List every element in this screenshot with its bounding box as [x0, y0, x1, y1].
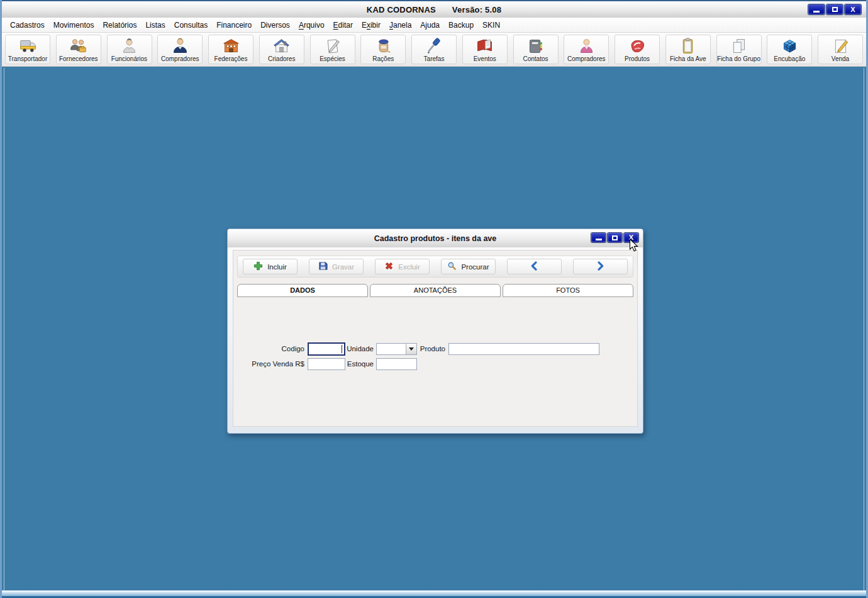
button-label: Procurar	[461, 263, 489, 271]
suppliers-icon	[69, 37, 87, 55]
toolbar-label: Transportador	[8, 55, 47, 63]
maximize-button[interactable]	[608, 233, 622, 242]
toolbar-button-eventos[interactable]: Eventos	[462, 35, 508, 64]
toolbar-button-especies[interactable]: Espécies	[310, 35, 355, 64]
mouse-cursor	[629, 239, 640, 253]
feed-jar-icon	[374, 37, 392, 55]
menu-editar[interactable]: Editar	[329, 19, 357, 31]
dialog-titlebar[interactable]: Cadastro produtos - itens da ave X	[228, 229, 643, 247]
employee-icon	[120, 37, 138, 55]
button-label: Gravar	[332, 263, 354, 271]
house-icon	[272, 37, 291, 55]
arrow-left-icon	[530, 261, 539, 272]
add-plus-icon	[253, 261, 263, 272]
paper-pencil-icon	[323, 37, 342, 55]
toolbar-button-criadores[interactable]: Criadores	[259, 35, 304, 64]
next-record-button[interactable]	[573, 259, 628, 274]
tab-fotos[interactable]: FOTOS	[503, 284, 633, 297]
red-book-icon	[476, 37, 494, 55]
toolbar-button-racoes[interactable]: Rações	[360, 35, 406, 64]
tab-dados[interactable]: DADOS	[237, 284, 368, 297]
save-floppy-icon	[318, 261, 328, 272]
incluir-button[interactable]: Incluir	[243, 259, 298, 274]
window-titlebar[interactable]: KAD CODORNASVersão: 5.08 X	[2, 0, 866, 18]
toolbar-button-transportador[interactable]: Transportador	[5, 35, 50, 64]
meat-icon	[628, 37, 647, 55]
toolbar-label: Criadores	[268, 55, 295, 63]
maximize-icon	[612, 235, 618, 240]
minimize-button[interactable]	[591, 233, 606, 242]
minimize-icon	[596, 239, 602, 240]
toolbar-label: Espécies	[320, 55, 345, 63]
estoque-input[interactable]	[376, 358, 417, 370]
window-controls: X	[808, 4, 861, 14]
menu-listas[interactable]: Listas	[141, 19, 169, 31]
toolbar-label: Compradores	[161, 55, 199, 63]
toolbar-label: Encubação	[774, 55, 805, 63]
menu-cadastros[interactable]: Cadastros	[6, 19, 49, 31]
close-icon: X	[850, 6, 855, 13]
preco-venda-label: Preço Venda R$	[243, 360, 304, 368]
maximize-button[interactable]	[826, 4, 843, 14]
address-book-icon	[526, 37, 545, 55]
dialog-body: IncluirGravarExcluirProcurar DADOSANOTAÇ…	[233, 250, 638, 427]
toolbar-button-produtos[interactable]: Produtos	[615, 35, 660, 64]
buyer-pink-icon	[577, 37, 596, 55]
menu-janela[interactable]: Janela	[385, 19, 416, 31]
toolbar-label: Federações	[214, 55, 248, 63]
button-label: Incluir	[267, 263, 287, 271]
screwdriver-icon	[425, 37, 443, 55]
minimize-icon	[813, 11, 820, 13]
toolbar-button-ficha-da-ave[interactable]: Ficha da Ave	[665, 35, 711, 64]
produto-input[interactable]	[448, 343, 599, 355]
menu-backup[interactable]: Backup	[444, 19, 478, 31]
arrow-right-icon	[596, 261, 605, 272]
toolbar-button-tarefas[interactable]: Tarefas	[411, 35, 457, 64]
toolbar-button-compradores[interactable]: Compradores	[157, 35, 203, 64]
menu-skin[interactable]: SKIN	[478, 19, 504, 31]
toolbar-label: Ficha do Grupo	[717, 55, 760, 63]
toolbar-label: Contatos	[523, 55, 548, 63]
truck-icon	[19, 37, 37, 55]
menu-relatorios[interactable]: Relatórios	[98, 19, 141, 31]
dialog-toolbar: IncluirGravarExcluirProcurar	[237, 256, 633, 278]
button-label: Excluir	[398, 263, 420, 271]
estoque-label: Estoque	[331, 360, 374, 368]
toolbar-button-encubacao[interactable]: Encubação	[767, 35, 812, 64]
toolbar-button-contatos[interactable]: Contatos	[513, 35, 559, 64]
tab-anotacoes[interactable]: ANOTAÇÕES	[370, 284, 501, 297]
previous-record-button[interactable]	[507, 259, 562, 274]
procurar-button[interactable]: Procurar	[441, 259, 496, 274]
menu-diversos[interactable]: Diversos	[256, 19, 294, 31]
federation-building-icon	[222, 37, 240, 55]
toolbar-button-federacoes[interactable]: Federações	[208, 35, 253, 64]
toolbar-button-funcionarios[interactable]: Funcionários	[107, 35, 152, 64]
menu-ajuda[interactable]: Ajuda	[416, 19, 444, 31]
search-magnifier-icon	[447, 261, 457, 272]
toolbar-label: Funcionários	[111, 55, 147, 63]
excluir-button[interactable]: Excluir	[375, 259, 430, 274]
blue-cube-icon	[781, 37, 799, 55]
close-button[interactable]: X	[845, 4, 861, 14]
toolbar-button-ficha-do-grupo[interactable]: Ficha do Grupo	[716, 35, 762, 64]
menu-financeiro[interactable]: Financeiro	[212, 19, 256, 31]
buyer-suit-icon	[171, 37, 189, 55]
window-bottom-frame	[2, 590, 866, 598]
main-toolbar: TransportadorFornecedoresFuncionáriosCom…	[2, 33, 866, 67]
toolbar-label: Eventos	[474, 55, 496, 63]
toolbar-button-venda[interactable]: Venda	[818, 35, 863, 64]
toolbar-button-fornecedores[interactable]: Fornecedores	[56, 35, 101, 64]
codigo-label: Codigo	[256, 345, 304, 353]
menu-arquivo[interactable]: Arquivo	[294, 19, 329, 31]
produto-label: Produto	[401, 345, 445, 353]
maximize-icon	[832, 7, 838, 12]
mdi-desktop: Cadastro produtos - itens da ave X Inclu…	[4, 68, 864, 590]
sale-pencil-icon	[832, 37, 850, 55]
minimize-button[interactable]	[808, 4, 825, 14]
menu-movimentos[interactable]: Movimentos	[49, 19, 99, 31]
menu-exibir[interactable]: Exibir	[357, 19, 385, 31]
dialog-cadastro-produtos: Cadastro produtos - itens da ave X Inclu…	[227, 228, 643, 434]
toolbar-button-compradores[interactable]: Compradores	[564, 35, 609, 64]
gravar-button[interactable]: Gravar	[309, 259, 364, 274]
menu-consultas[interactable]: Consultas	[170, 19, 212, 31]
